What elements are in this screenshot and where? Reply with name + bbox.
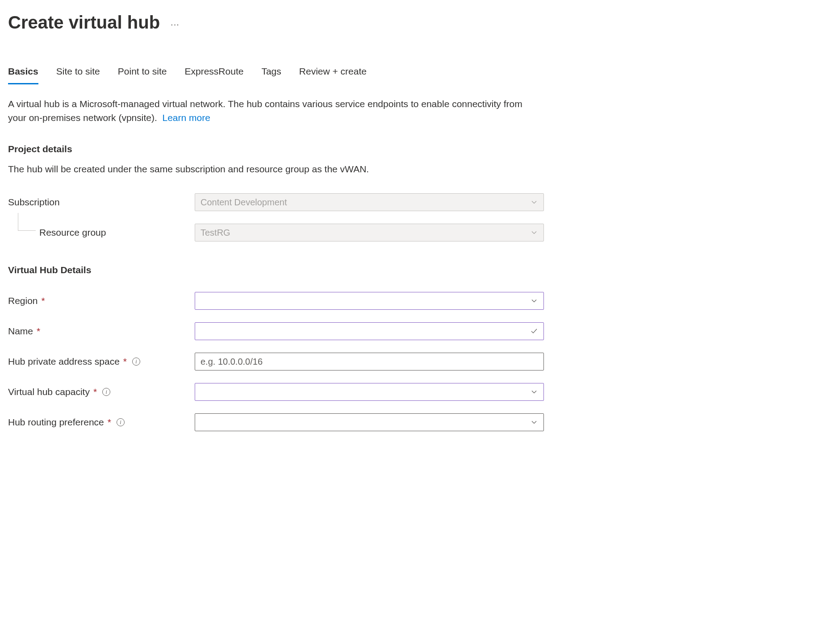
page-title: Create virtual hub <box>8 9 160 36</box>
tab-point-to-site[interactable]: Point to site <box>118 62 167 84</box>
chevron-down-icon <box>530 198 538 206</box>
subscription-label: Subscription <box>8 195 195 209</box>
capacity-label: Virtual hub capacity* i <box>8 385 195 399</box>
routing-preference-label: Hub routing preference* i <box>8 415 195 429</box>
routing-preference-dropdown[interactable] <box>195 413 544 431</box>
resource-group-row: Resource group TestRG <box>8 224 832 241</box>
region-dropdown[interactable] <box>195 292 544 310</box>
checkmark-icon <box>530 327 538 335</box>
name-label: Name* <box>8 324 195 338</box>
learn-more-link[interactable]: Learn more <box>162 112 210 123</box>
name-input[interactable] <box>195 322 544 340</box>
subscription-value: Content Development <box>201 196 530 209</box>
routing-preference-row: Hub routing preference* i <box>8 413 832 431</box>
required-indicator: * <box>42 294 45 308</box>
chevron-down-icon <box>530 388 538 396</box>
name-row: Name* <box>8 322 832 340</box>
tab-bar: Basics Site to site Point to site Expres… <box>8 62 832 84</box>
subscription-dropdown: Content Development <box>195 193 544 211</box>
chevron-down-icon <box>530 229 538 237</box>
tab-site-to-site[interactable]: Site to site <box>56 62 100 84</box>
required-indicator: * <box>108 415 111 429</box>
address-space-label: Hub private address space* i <box>8 354 195 369</box>
tab-basics[interactable]: Basics <box>8 62 38 84</box>
resource-group-dropdown: TestRG <box>195 224 544 241</box>
chevron-down-icon <box>530 418 538 426</box>
required-indicator: * <box>123 354 127 369</box>
intro-description: A virtual hub is a Microsoft-managed vir… <box>8 99 522 123</box>
region-row: Region* <box>8 292 832 310</box>
page-header: Create virtual hub ··· <box>8 9 832 36</box>
address-space-input[interactable]: e.g. 10.0.0.0/16 <box>195 353 544 370</box>
required-indicator: * <box>37 324 40 338</box>
address-space-row: Hub private address space* i e.g. 10.0.0… <box>8 353 832 370</box>
chevron-down-icon <box>530 297 538 305</box>
tab-expressroute[interactable]: ExpressRoute <box>185 62 244 84</box>
capacity-dropdown[interactable] <box>195 383 544 401</box>
tree-connector-icon <box>18 213 36 231</box>
virtual-hub-details-heading: Virtual Hub Details <box>8 263 832 277</box>
required-indicator: * <box>93 385 97 399</box>
info-icon[interactable]: i <box>117 418 125 426</box>
info-icon[interactable]: i <box>132 358 140 366</box>
resource-group-label: Resource group <box>8 225 195 240</box>
more-options-icon[interactable]: ··· <box>171 17 180 31</box>
region-label: Region* <box>8 294 195 308</box>
intro-text: A virtual hub is a Microsoft-managed vir… <box>8 97 542 125</box>
tab-review-create[interactable]: Review + create <box>299 62 367 84</box>
tab-tags[interactable]: Tags <box>261 62 281 84</box>
project-details-heading: Project details <box>8 142 832 156</box>
address-space-placeholder: e.g. 10.0.0.0/16 <box>201 355 538 368</box>
subscription-row: Subscription Content Development <box>8 193 832 211</box>
capacity-row: Virtual hub capacity* i <box>8 383 832 401</box>
info-icon[interactable]: i <box>102 388 110 396</box>
resource-group-value: TestRG <box>201 226 530 239</box>
project-details-description: The hub will be created under the same s… <box>8 162 832 176</box>
